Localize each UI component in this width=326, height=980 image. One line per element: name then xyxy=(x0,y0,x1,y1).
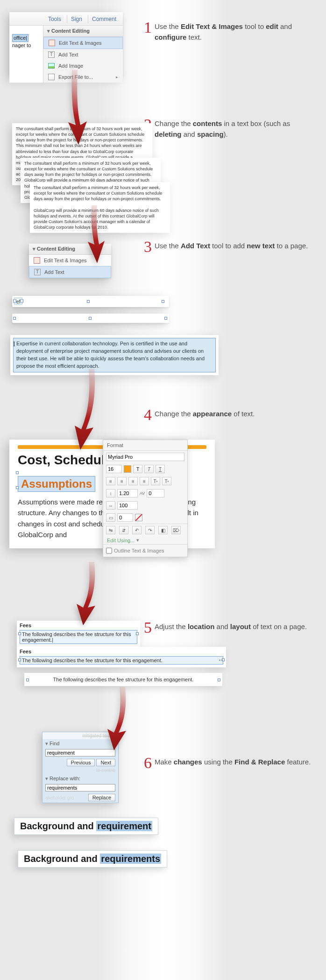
horizontal-scale-input[interactable] xyxy=(117,501,138,510)
line-spacing-input[interactable] xyxy=(117,489,138,497)
handle-icon[interactable] xyxy=(87,300,90,303)
align-justify-button[interactable]: ≡ xyxy=(140,477,149,485)
next-button[interactable]: Next xyxy=(96,759,115,766)
step-number: 3 xyxy=(144,239,152,255)
handle-icon[interactable] xyxy=(13,317,16,320)
result-before: Background and requirement xyxy=(14,818,158,835)
replace-button[interactable]: Replace xyxy=(88,794,115,801)
fees-box-3: The following describes the fee structur… xyxy=(24,673,222,686)
menu-tools[interactable]: Tools xyxy=(44,15,65,23)
edit-text-images-item[interactable]: Edit Text & Images xyxy=(43,37,123,49)
panel-header[interactable]: Content Editing xyxy=(43,26,123,37)
replace-input[interactable] xyxy=(45,784,115,791)
stroke-icon: ▭ xyxy=(106,513,115,522)
flip-h-button[interactable]: ⇋ xyxy=(106,526,115,534)
ghost-text: to contrib xyxy=(43,768,118,774)
handle-icon[interactable] xyxy=(18,658,21,661)
selected-word[interactable]: office xyxy=(12,34,28,42)
highlighted-match: requirements xyxy=(100,854,161,864)
edit-icon xyxy=(49,40,55,46)
step-number: 1 xyxy=(144,20,152,35)
outline-checkbox[interactable] xyxy=(106,546,112,555)
fees-text-wide[interactable]: The following describes the fee structur… xyxy=(20,656,223,665)
document-preview: office nager to xyxy=(9,26,43,83)
kerning-input[interactable] xyxy=(147,489,164,497)
italic-button[interactable]: T xyxy=(144,465,154,473)
stroke-width-input[interactable] xyxy=(117,513,133,522)
text-box-paragraph[interactable]: I Expertise in current collaboration tec… xyxy=(10,335,219,375)
edit-using-link[interactable]: Edit Using... ▾ xyxy=(103,536,187,544)
rotate-cw-button[interactable]: ↷ xyxy=(145,526,155,534)
text-cursor-icon: I xyxy=(13,341,15,348)
fees-title: Fees xyxy=(17,621,140,629)
fees-box-1: Fees The following describes the fee str… xyxy=(17,621,140,647)
edit-text-images-item[interactable]: Edit Text & Images xyxy=(29,255,111,266)
top-menu: Tools Sign Comment xyxy=(9,12,123,26)
font-family-select[interactable] xyxy=(106,453,184,461)
add-text-item[interactable]: Add Text xyxy=(29,266,111,278)
addtext-icon xyxy=(48,51,55,58)
add-text-item[interactable]: Add Text xyxy=(43,49,123,60)
replace-with-label[interactable]: Replace with: xyxy=(43,774,118,783)
subscript-button[interactable]: Ts xyxy=(162,477,171,485)
line-spacing-icon: ↕ xyxy=(106,489,115,497)
handle-icon[interactable] xyxy=(164,317,167,320)
step-3-callout: 3 Use the Add Text tool to add new text … xyxy=(144,241,312,255)
handle-icon[interactable] xyxy=(136,632,139,635)
ghost-text: mitigated to con xyxy=(43,732,118,739)
resize-cursor-icon: ↔ xyxy=(218,656,224,664)
doc-heading-2-selected[interactable]: Assumptions xyxy=(18,476,95,492)
step-text: Use the Add Text tool to add new text to… xyxy=(155,241,308,252)
content-editing-panel: Content Editing Edit Text & Images Add T… xyxy=(43,26,123,83)
paragraph-after: The consultant shall perform a minimum o… xyxy=(30,182,170,233)
highlighted-match: requirement xyxy=(96,821,152,831)
find-input[interactable] xyxy=(45,749,115,756)
content-editing-panel-3: Content Editing Edit Text & Images Add T… xyxy=(29,244,111,278)
handle-icon[interactable] xyxy=(16,486,19,489)
text-box-row: ef xyxy=(12,296,169,307)
align-center-button[interactable]: ≡ xyxy=(117,477,127,485)
fees-box-2: Fees The following describes the fee str… xyxy=(17,647,226,667)
format-panel: Format T T T ≡ ≡ ≡ ≡ Ts Ts ↕ AV ↔ ▭ ⇋ ⇵ … xyxy=(103,440,188,557)
handle-icon[interactable] xyxy=(162,300,164,303)
flip-v-button[interactable]: ⇵ xyxy=(119,526,128,534)
replace-image-button[interactable]: ⌦ xyxy=(171,526,181,534)
superscript-button[interactable]: Ts xyxy=(151,477,160,485)
bold-button[interactable]: T xyxy=(133,465,142,473)
font-size-input[interactable] xyxy=(106,465,122,473)
acrobat-window: Tools Sign Comment office nager to Conte… xyxy=(9,12,123,77)
step-6-callout: 6 Make changes using the Find & Replace … xyxy=(144,757,312,771)
export-icon xyxy=(48,74,55,80)
kerning-label: AV xyxy=(140,491,145,496)
menu-sign[interactable]: Sign xyxy=(67,15,86,23)
text-box-empty[interactable] xyxy=(12,314,169,323)
align-left-button[interactable]: ≡ xyxy=(106,477,115,485)
handle-icon[interactable] xyxy=(16,471,19,474)
small-text-fragment[interactable]: ef xyxy=(14,298,22,304)
find-label[interactable]: Find xyxy=(43,739,118,748)
align-right-button[interactable]: ≡ xyxy=(128,477,138,485)
result-after: Background and requirements xyxy=(18,850,167,868)
step-text: Change the contents in a text box (such … xyxy=(155,119,312,140)
stroke-color-none-swatch[interactable] xyxy=(135,514,142,521)
underline-button[interactable]: T xyxy=(156,465,165,473)
menu-comment[interactable]: Comment xyxy=(88,15,120,23)
add-image-item[interactable]: Add Image xyxy=(43,60,123,71)
fees-title: Fees xyxy=(17,647,226,655)
previous-button[interactable]: Previous xyxy=(67,759,95,766)
fees-text-centered[interactable]: The following describes the fee structur… xyxy=(24,676,222,683)
fees-text-selected[interactable]: The following describes the fee structur… xyxy=(20,630,137,644)
step-4-callout: 4 Change the appearance of text. xyxy=(144,409,312,423)
handle-icon[interactable] xyxy=(26,679,29,681)
crop-button[interactable]: ◧ xyxy=(158,526,168,534)
step-text: Adjust the location and layout of text o… xyxy=(155,622,307,632)
addtext-icon xyxy=(34,269,41,275)
step-text: Change the appearance of text. xyxy=(155,409,255,420)
font-color-swatch[interactable] xyxy=(124,465,131,473)
export-file-item[interactable]: Export File to... xyxy=(43,71,123,83)
panel-header[interactable]: Content Editing xyxy=(29,244,111,255)
rotate-ccw-button[interactable]: ↶ xyxy=(132,526,142,534)
handle-icon[interactable] xyxy=(89,317,92,320)
handle-icon[interactable] xyxy=(218,679,220,681)
handle-icon[interactable] xyxy=(18,632,21,635)
